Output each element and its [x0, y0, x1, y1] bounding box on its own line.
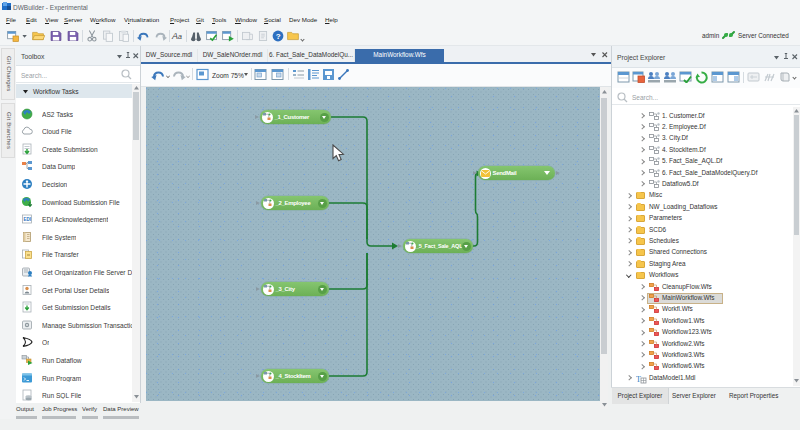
svg-text:?: ?: [276, 32, 281, 41]
svg-text:T: T: [636, 375, 641, 384]
svg-text:EDI: EDI: [24, 217, 32, 222]
